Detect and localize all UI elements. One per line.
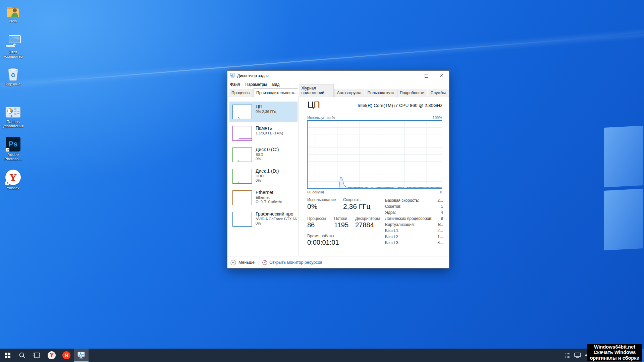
disk0-mini-chart xyxy=(232,147,252,162)
sidebar-item-title: Диск 0 (C:) xyxy=(256,147,297,153)
desktop-icon-control-panel[interactable]: Панель управления xyxy=(0,103,26,128)
sidebar-item-disk0[interactable]: Диск 0 (C:) SSD 0% xyxy=(229,144,298,165)
sidebar-item-gpu[interactable]: Графический про NVIDIA GeForce GTX 660( … xyxy=(229,209,298,230)
open-resource-monitor-link[interactable]: Открыть монитор ресурсов xyxy=(262,260,322,265)
window-title: Диспетчер задач xyxy=(237,73,269,78)
sidebar-item-title: ЦП xyxy=(256,104,297,110)
processes-label: Процессы xyxy=(307,216,326,221)
yandex-icon: Я xyxy=(62,351,70,359)
desktop-icon-recycle-bin[interactable]: ♻ Корзина xyxy=(0,66,26,86)
chevron-up-icon xyxy=(230,260,236,265)
taskbar-yandex-browser[interactable]: Y xyxy=(44,349,59,362)
start-button[interactable] xyxy=(0,349,15,362)
gpu-mini-chart xyxy=(232,212,252,227)
sidebar-item-cpu[interactable]: ЦП 0% 2,36 ГГц xyxy=(229,102,298,122)
shortcut-arrow-icon xyxy=(5,181,9,185)
search-button[interactable] xyxy=(15,349,30,362)
desktop-icon-photoshop[interactable]: Ps Adobe Photosh... xyxy=(0,136,26,161)
desktop-icon-label: Панель управления xyxy=(0,120,26,128)
info-cache-l3: Кэш L3:8... xyxy=(385,240,443,246)
memory-mini-chart xyxy=(232,126,252,141)
sidebar-item-detail: Ethernet xyxy=(256,195,297,200)
yandex-browser-icon: Y xyxy=(0,170,26,185)
tab-users[interactable]: Пользователи xyxy=(365,89,396,97)
axis-label-max: 100% xyxy=(433,116,442,120)
watermark-line3: оригиналы и сборки xyxy=(588,355,641,361)
speed-value: 2,36 ГГц xyxy=(343,202,370,210)
show-desktop-button[interactable] xyxy=(642,349,644,362)
maximize-button[interactable] xyxy=(419,71,434,81)
usage-value: 0% xyxy=(307,202,317,210)
menu-options[interactable]: Параметры xyxy=(243,81,270,88)
sidebar-item-disk1[interactable]: Диск 1 (D:) HDD 0% xyxy=(229,166,298,187)
sidebar-item-title: Память xyxy=(256,125,297,131)
taskbar-yandex[interactable]: Я xyxy=(59,349,74,362)
desktop-icon-new[interactable]: New xyxy=(0,3,26,23)
task-view-button[interactable] xyxy=(30,349,44,362)
ethernet-mini-chart xyxy=(232,190,252,205)
windows-logo-pane xyxy=(604,126,643,187)
info-logical-processors: Логических процессоров:8 xyxy=(385,216,443,222)
desktop-icon-label: Adobe Photosh... xyxy=(0,153,26,161)
handles-label: Дескрипторы xyxy=(355,216,380,221)
threads-value: 1195 xyxy=(334,221,348,229)
shortcut-arrow-icon xyxy=(6,148,9,152)
menu-bar: Файл Параметры Вид xyxy=(227,81,449,88)
title-bar[interactable]: Диспетчер задач xyxy=(227,71,449,81)
watermark-line1: Windows64bit.net xyxy=(588,344,641,350)
minimize-button[interactable] xyxy=(404,71,419,81)
task-manager-icon xyxy=(230,73,235,79)
desktop-icon-label: Этот компьютер xyxy=(0,50,26,59)
axis-label-0: 0 xyxy=(440,190,442,194)
fewer-details-button[interactable]: Меньше xyxy=(230,260,255,265)
cpu-usage-chart xyxy=(307,120,442,189)
cpu-panel: ЦП Intel(R) Core(TM) i7 CPU 860 @ 2.80GH… xyxy=(307,97,443,256)
sidebar-item-detail: NVIDIA GeForce GTX 660( xyxy=(256,217,297,221)
this-pc-icon xyxy=(0,34,26,49)
sidebar-item-detail: 0% 2,36 ГГц xyxy=(256,110,297,114)
sidebar-item-detail: 1,1/8,0 ГБ (14%) xyxy=(256,131,297,135)
desktop-icon-label: Yandex xyxy=(0,186,26,190)
info-cores: Ядра:4 xyxy=(385,210,443,216)
footer-divider xyxy=(259,260,259,265)
menu-view[interactable]: Вид xyxy=(269,81,282,88)
desktop-icon-label: New xyxy=(0,19,26,23)
tab-details[interactable]: Подробности xyxy=(397,89,427,97)
info-virtualization: Виртуализация:В.. xyxy=(385,222,443,228)
info-base-speed: Базовая скорость:2... xyxy=(385,198,443,204)
watermark-line2: Скачать Windows xyxy=(588,350,641,355)
info-cache-l2: Кэш L2:1... xyxy=(385,234,443,240)
yandex-browser-icon: Y xyxy=(48,351,56,359)
sidebar-item-ethernet[interactable]: Ethernet Ethernet О: 0 П: 0 кбит/с xyxy=(229,187,298,208)
taskbar-task-manager[interactable] xyxy=(74,349,89,362)
desktop-icon-this-pc[interactable]: Этот компьютер xyxy=(0,34,26,59)
task-manager-window: Диспетчер задач Файл Параметры Вид Проце… xyxy=(227,70,449,268)
resource-monitor-icon xyxy=(262,260,267,265)
sidebar-item-detail2: 0% xyxy=(256,157,297,161)
tab-performance[interactable]: Производительность xyxy=(254,88,298,97)
photoshop-icon: Ps xyxy=(0,136,26,152)
axis-label-usage: Используется % xyxy=(307,116,335,120)
desktop-icon-yandex[interactable]: Y Yandex xyxy=(0,170,26,190)
uptime-label: Время работы xyxy=(307,234,334,238)
system-tray xyxy=(561,349,590,362)
info-cache-l1: Кэш L1:2... xyxy=(385,228,443,234)
task-manager-icon xyxy=(77,352,85,359)
tray-grid-icon[interactable] xyxy=(565,353,570,358)
tray-display-icon[interactable] xyxy=(574,353,581,358)
svg-text:♻: ♻ xyxy=(10,72,15,78)
sidebar-item-detail2: О: 0 П: 0 кбит/с xyxy=(256,200,297,204)
tab-startup[interactable]: Автозагрузка xyxy=(334,89,364,97)
tab-app-history[interactable]: Журнал приложений xyxy=(299,84,334,97)
processes-value: 86 xyxy=(307,221,315,229)
tab-processes[interactable]: Процессы xyxy=(229,89,253,97)
sidebar-divider xyxy=(298,97,299,255)
close-button[interactable] xyxy=(434,71,449,81)
sidebar-item-memory[interactable]: Память 1,1/8,0 ГБ (14%) xyxy=(229,123,298,144)
tab-services[interactable]: Службы xyxy=(428,89,448,97)
disk1-mini-chart xyxy=(232,169,252,184)
menu-file[interactable]: Файл xyxy=(227,81,243,88)
uptime-value: 0:00:01:01 xyxy=(307,239,339,246)
window-footer: Меньше Открыть монитор ресурсов xyxy=(227,256,449,268)
sidebar-item-detail2: 0% xyxy=(256,221,297,226)
